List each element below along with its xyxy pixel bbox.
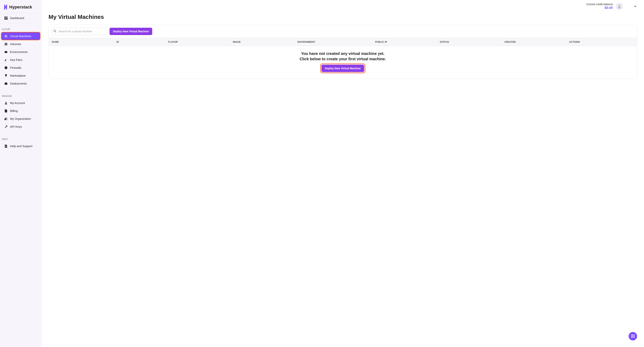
sidebar-item-my-account[interactable]: My Account [2, 99, 40, 107]
brand[interactable]: Hyperstack [2, 3, 40, 13]
person-icon [4, 102, 8, 105]
table-header-row: NAME ID FLAVOR IMAGE ENVIRONMENT PUBLIC … [49, 38, 637, 46]
sidebar-section-help: HELP [0, 134, 42, 142]
empty-line-1: You have not created any virtual machine… [52, 51, 634, 56]
search-icon [53, 30, 56, 33]
svg-point-18 [6, 126, 7, 127]
sidebar-item-help-support[interactable]: Help and Support [2, 143, 40, 150]
col-id: ID [116, 41, 168, 43]
svg-point-17 [6, 118, 7, 119]
briefcase-icon [4, 82, 8, 85]
sidebar-item-label: Volumes [10, 42, 21, 46]
deploy-button-top[interactable]: Deploy New Virtual Machine [110, 28, 152, 35]
sidebar-item-deployments[interactable]: Deployments [2, 80, 40, 87]
sidebar-item-virtual-machines[interactable]: Virtual Machines [2, 33, 40, 40]
sidebar-item-volumes[interactable]: Volumes [2, 41, 40, 48]
panel-header: Deploy New Virtual Machine [49, 25, 637, 38]
chip-icon [4, 35, 8, 38]
svg-rect-7 [4, 44, 7, 44]
col-image: IMAGE [233, 41, 298, 43]
svg-rect-2 [6, 18, 8, 20]
balance-value: $0.00 [586, 6, 613, 10]
sidebar-item-label: My Organization [10, 117, 31, 120]
col-environment: ENVIRONMENT [298, 41, 375, 43]
avatar[interactable] [616, 3, 623, 10]
sidebar-item-my-organization[interactable]: My Organization [2, 115, 40, 122]
col-public-ip: PUBLIC IP [375, 41, 440, 43]
sidebar-item-label: Firewalls [10, 66, 21, 69]
col-status: STATUS [440, 41, 504, 43]
sidebar-item-marketplace[interactable]: Marketplace [2, 72, 40, 79]
sidebar-item-label: Billing [10, 109, 18, 113]
people-icon [4, 118, 8, 120]
col-actions: ACTIONS [569, 41, 634, 43]
svg-rect-0 [4, 17, 6, 18]
sidebar-item-label: Deployments [10, 82, 27, 85]
key-icon [4, 58, 8, 62]
svg-point-9 [5, 60, 6, 61]
col-flavor: FLAVOR [168, 41, 233, 43]
cloud-icon [4, 51, 8, 53]
doc-icon [4, 145, 8, 148]
balance-block: Current credit balance $0.00 [586, 3, 613, 10]
sidebar-item-environments[interactable]: Environments [2, 48, 40, 56]
sidebar-section-cloud: CLOUD [0, 25, 42, 32]
content: My Virtual Machines Deploy New Virtual M… [42, 11, 644, 86]
svg-rect-5 [6, 36, 6, 37]
volume-icon [4, 43, 8, 46]
search-wrap [52, 28, 107, 35]
sidebar-item-billing[interactable]: Billing [2, 107, 40, 114]
svg-rect-20 [5, 146, 7, 147]
col-name: NAME [52, 41, 116, 43]
user-menu-toggle[interactable] [634, 6, 637, 7]
sidebar-item-firewalls[interactable]: Firewalls [2, 64, 40, 71]
shield-icon [4, 66, 8, 69]
topbar: Current credit balance $0.00 [42, 0, 644, 11]
help-fab[interactable] [628, 332, 637, 340]
svg-rect-19 [5, 146, 7, 146]
col-created: CREATED [504, 41, 569, 43]
balance-label: Current credit balance [586, 3, 613, 6]
svg-rect-13 [4, 83, 7, 85]
empty-message: You have not created any virtual machine… [52, 51, 634, 62]
search-input[interactable] [52, 28, 107, 35]
dashboard-icon [4, 17, 8, 20]
sidebar-item-label: API Keys [10, 125, 22, 128]
sidebar-item-label: Environments [10, 50, 28, 54]
file-icon [4, 109, 8, 113]
sidebar-item-label: Marketplace [10, 74, 26, 77]
apikey-icon [4, 125, 8, 128]
svg-point-11 [5, 74, 7, 76]
sidebar-item-api-keys[interactable]: API Keys [2, 123, 40, 130]
brand-name: Hyperstack [9, 5, 32, 10]
pin-icon [4, 74, 8, 77]
main: Current credit balance $0.00 My Virtual … [42, 0, 644, 347]
sidebar-item-label: Virtual Machines [10, 35, 31, 38]
sidebar: Hyperstack Dashboard CLOUD Virtual Machi… [0, 0, 42, 347]
sidebar-item-label: Key Pairs [10, 58, 22, 62]
svg-rect-3 [4, 18, 6, 20]
svg-point-15 [6, 102, 6, 103]
sidebar-item-dashboard[interactable]: Dashboard [2, 14, 40, 22]
svg-rect-10 [5, 59, 6, 60]
vm-panel: Deploy New Virtual Machine NAME ID FLAVO… [48, 25, 637, 79]
svg-rect-8 [4, 45, 7, 45]
svg-rect-1 [6, 17, 8, 17]
empty-line-2: Click below to create your first virtual… [52, 56, 634, 62]
sidebar-item-label: Dashboard [10, 16, 24, 20]
deploy-button-empty[interactable]: Deploy New Virtual Machine [322, 65, 364, 72]
divider [2, 24, 40, 24]
deploy-button-wrap: Deploy New Virtual Machine [322, 65, 364, 72]
svg-point-16 [5, 118, 6, 119]
svg-point-22 [54, 30, 56, 32]
sidebar-section-manage: MANAGE [0, 91, 42, 99]
svg-point-21 [618, 5, 620, 7]
svg-rect-14 [6, 82, 6, 83]
sidebar-item-key-pairs[interactable]: Key Pairs [2, 56, 40, 63]
sidebar-item-label: My Account [10, 101, 25, 105]
sidebar-item-label: Help and Support [10, 144, 32, 148]
page-title: My Virtual Machines [48, 14, 637, 20]
svg-rect-12 [6, 76, 6, 77]
svg-rect-6 [4, 43, 7, 44]
brand-logo-icon [4, 5, 8, 10]
